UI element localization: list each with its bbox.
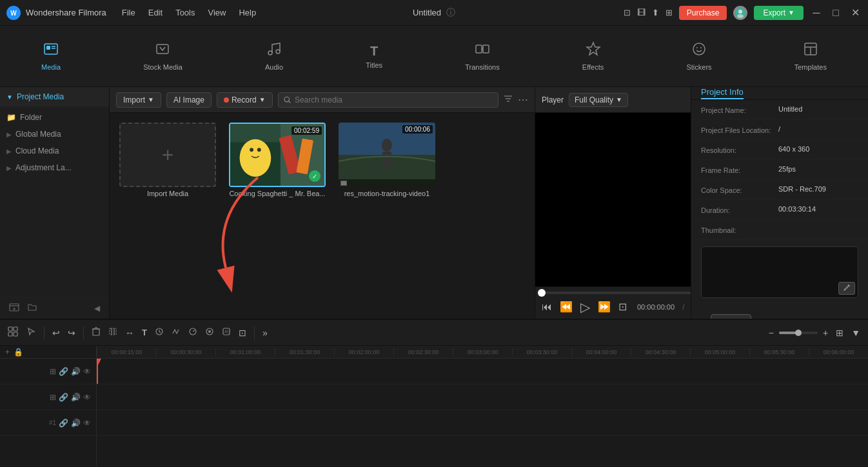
project-info-tab[interactable]: Project Info (691, 87, 868, 100)
upload-icon[interactable]: ⬆ (652, 8, 659, 17)
timeline-body: + 🔒 ⊞ 🔗 🔊 👁 ⊞ 🔗 🔊 👁 #1 🔗 🔊 (0, 346, 868, 467)
lock-tracks-icon[interactable]: 🔒 (14, 348, 23, 357)
record-button[interactable]: Record ▼ (217, 92, 273, 108)
video-thumbnail-cooking[interactable]: 00:02:59 ✓ (229, 123, 326, 187)
step-forward-button[interactable]: ⏩ (598, 301, 611, 313)
track3-audio-icon[interactable]: 🔊 (71, 419, 81, 428)
export-button[interactable]: Export ▼ (754, 6, 804, 20)
filter-icon[interactable] (504, 94, 513, 105)
zoom-minus-button[interactable]: − (766, 325, 776, 341)
purchase-button[interactable]: Purchase (679, 6, 727, 20)
monitor-icon[interactable]: ⊡ (624, 8, 631, 17)
zoom-slider[interactable] (779, 332, 818, 334)
import-button[interactable]: Import ▼ (116, 92, 161, 108)
speed-button[interactable] (186, 324, 200, 341)
track3-eye-icon[interactable]: 👁 (83, 419, 91, 428)
tab-effects[interactable]: Effects (576, 37, 610, 75)
audio-icon (266, 41, 282, 61)
sidebar-item-folder[interactable]: 📁 Folder (0, 109, 109, 126)
maximize-button[interactable]: □ (829, 7, 842, 19)
tab-titles[interactable]: T Titles (359, 40, 389, 73)
info-icon[interactable]: ⓘ (446, 7, 455, 19)
grid-view-button[interactable]: ⊞ (833, 325, 846, 341)
track2-eye-icon[interactable]: 👁 (83, 393, 91, 402)
step-back-button[interactable]: ⏪ (560, 301, 573, 313)
track2-grid-icon[interactable]: ⊞ (50, 393, 56, 402)
record-dot (224, 97, 229, 103)
avatar[interactable] (733, 6, 747, 20)
rewind-button[interactable]: ⏮ (542, 301, 552, 313)
motion-button[interactable]: ⊡ (236, 325, 249, 341)
new-folder-icon[interactable] (23, 300, 41, 316)
track2-audio-icon[interactable]: 🔊 (71, 393, 81, 402)
more-tools-button[interactable]: » (260, 325, 270, 341)
ai-button[interactable]: AI (219, 324, 233, 341)
text-button[interactable]: T (139, 325, 150, 340)
sidebar-item-global-media[interactable]: ▶ Global Media (0, 126, 109, 143)
options-button[interactable]: ▼ (849, 325, 863, 341)
import-placeholder[interactable]: + (119, 123, 216, 187)
svg-rect-40 (382, 152, 391, 168)
track1-eye-icon[interactable]: 👁 (83, 367, 91, 376)
quality-label: Full Quality (575, 95, 613, 104)
thumbnail-edit-button[interactable] (838, 282, 855, 295)
more-icon[interactable]: ⋯ (518, 94, 528, 106)
add-folder-icon[interactable] (5, 300, 23, 316)
track2-link-icon[interactable]: 🔗 (59, 393, 68, 402)
edit-button[interactable]: Edit (711, 314, 751, 319)
freeze-button[interactable] (152, 324, 166, 341)
tab-transitions[interactable]: Transitions (459, 37, 506, 75)
video-thumbnail-motion[interactable]: 00:00:06 (339, 123, 435, 187)
menu-file[interactable]: File (122, 8, 135, 17)
track1-link-icon[interactable]: 🔗 (59, 367, 68, 376)
svg-point-16 (696, 47, 698, 48)
separator3 (254, 326, 255, 339)
delete-button[interactable] (89, 324, 103, 341)
audio-adj-button[interactable] (169, 324, 183, 341)
play-button[interactable]: ▷ (580, 299, 590, 315)
tab-media[interactable]: Media (35, 37, 67, 75)
progress-bar[interactable] (542, 292, 691, 294)
undo-button[interactable]: ↩ (50, 325, 63, 341)
menu-help[interactable]: Help (239, 8, 256, 17)
minimize-button[interactable]: ─ (810, 7, 823, 19)
crop-timeline-button[interactable] (106, 324, 120, 341)
project-media-header[interactable]: ▼ Project Media (0, 87, 109, 106)
collapse-panel-icon[interactable]: ◀ (90, 302, 104, 315)
arrow-tool[interactable] (23, 324, 39, 341)
select-tool[interactable] (5, 324, 21, 341)
close-button[interactable]: ✕ (849, 6, 862, 19)
quality-select[interactable]: Full Quality ▼ (569, 93, 628, 107)
sidebar-item-adjustment[interactable]: ▶ Adjustment La... (0, 159, 109, 176)
menu-view[interactable]: View (208, 8, 226, 17)
track1-add-icon[interactable]: ⊞ (50, 367, 56, 376)
adjustment-label: Adjustment La... (15, 163, 72, 172)
sidebar-item-cloud-media[interactable]: ▶ Cloud Media (0, 143, 109, 159)
grid-icon[interactable]: ⊞ (666, 8, 673, 17)
ai-image-label: AI Image (173, 95, 204, 104)
tab-stock-label: Stock Media (143, 63, 182, 71)
tab-stickers[interactable]: Stickers (680, 37, 718, 75)
svg-point-15 (693, 43, 705, 55)
timeline-ruler: 00:00:15:00 00:00:30:00 00:01:00:00 00:0… (97, 346, 868, 359)
svg-line-23 (288, 101, 290, 103)
track1-audio-icon[interactable]: 🔊 (71, 367, 81, 376)
tab-audio[interactable]: Audio (259, 37, 290, 75)
transform-button[interactable]: ↔ (123, 325, 137, 341)
redo-button[interactable]: ↪ (65, 325, 78, 341)
ai-image-button[interactable]: AI Image (166, 92, 212, 108)
track3-link-icon[interactable]: 🔗 (59, 419, 68, 428)
zoom-plus-button[interactable]: + (820, 325, 831, 341)
search-input[interactable] (295, 95, 493, 104)
color-button[interactable] (202, 324, 217, 341)
menu-tools[interactable]: Tools (175, 8, 195, 17)
svg-text:W: W (10, 10, 17, 17)
tab-stock-media[interactable]: Stock Media (137, 37, 189, 75)
menu-edit[interactable]: Edit (148, 8, 163, 17)
film-strip-icon[interactable]: 🎞 (637, 8, 646, 17)
search-box[interactable] (278, 92, 498, 108)
cooking-video-label: Cooking Spaghetti _ Mr. Bea... (229, 190, 326, 197)
add-track-icon[interactable]: + (5, 348, 10, 357)
loop-button[interactable]: ⊡ (618, 301, 627, 313)
tab-templates[interactable]: Templates (788, 37, 833, 75)
